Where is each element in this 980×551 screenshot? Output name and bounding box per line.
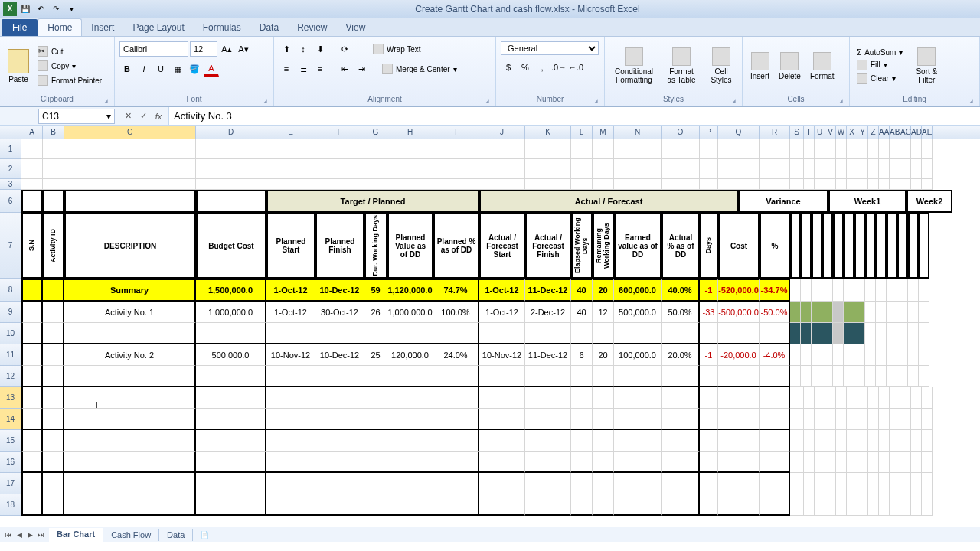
cell[interactable] xyxy=(815,494,825,516)
table-cell[interactable]: Activity No. 1 xyxy=(64,302,196,323)
tab-view[interactable]: View xyxy=(337,19,375,36)
cell[interactable] xyxy=(760,139,790,159)
cell[interactable] xyxy=(718,387,760,409)
cell[interactable] xyxy=(879,179,890,190)
cell[interactable] xyxy=(43,409,64,430)
cell[interactable] xyxy=(662,387,700,409)
table-cell[interactable] xyxy=(718,323,760,344)
cell[interactable] xyxy=(266,387,315,409)
cell[interactable] xyxy=(868,430,879,452)
table-cell[interactable]: 1-Oct-12 xyxy=(479,279,525,302)
cell[interactable] xyxy=(825,430,836,452)
cell[interactable] xyxy=(836,494,847,516)
col-header[interactable]: K xyxy=(525,126,571,139)
table-cell[interactable]: 500,000.0 xyxy=(196,344,266,366)
row-header[interactable]: 13 xyxy=(0,387,21,409)
cell[interactable] xyxy=(879,494,890,516)
table-cell[interactable] xyxy=(43,366,64,387)
cell[interactable] xyxy=(614,494,662,516)
cell[interactable] xyxy=(593,387,614,409)
cell[interactable] xyxy=(700,452,718,473)
cell[interactable] xyxy=(815,179,825,190)
cell[interactable] xyxy=(922,473,933,494)
cell[interactable] xyxy=(718,179,760,190)
number-format-select[interactable]: General xyxy=(501,41,599,55)
cell[interactable] xyxy=(662,430,700,452)
cell[interactable] xyxy=(196,430,266,452)
align-middle-icon[interactable]: ↕ xyxy=(296,41,311,57)
cell[interactable] xyxy=(315,139,364,159)
cell[interactable] xyxy=(64,473,196,494)
cell[interactable] xyxy=(662,494,700,516)
cell[interactable] xyxy=(718,452,760,473)
cell[interactable] xyxy=(868,409,879,430)
col-header[interactable]: AC xyxy=(900,126,911,139)
cell[interactable] xyxy=(868,179,879,190)
table-cell[interactable]: 2-Dec-12 xyxy=(525,302,571,323)
cell[interactable] xyxy=(847,494,858,516)
grow-font-icon[interactable]: A▴ xyxy=(219,41,234,57)
table-cell[interactable] xyxy=(266,323,315,344)
row-header[interactable]: 11 xyxy=(0,344,21,366)
cell[interactable] xyxy=(890,139,900,159)
table-cell[interactable]: -34.7% xyxy=(760,279,790,302)
cell[interactable] xyxy=(890,452,900,473)
cell[interactable] xyxy=(879,473,890,494)
cell[interactable] xyxy=(825,387,836,409)
chevron-down-icon[interactable]: ▾ xyxy=(106,111,111,122)
table-cell[interactable]: 10-Dec-12 xyxy=(315,279,364,302)
col-header[interactable]: Y xyxy=(858,126,868,139)
cell[interactable] xyxy=(847,139,858,159)
shrink-font-icon[interactable]: A▾ xyxy=(236,41,251,57)
cell[interactable] xyxy=(315,409,364,430)
cell[interactable] xyxy=(196,159,266,179)
table-cell[interactable]: 11-Dec-12 xyxy=(525,344,571,366)
cell[interactable] xyxy=(662,139,700,159)
table-cell[interactable]: -520,000.0 xyxy=(718,279,760,302)
font-size-select[interactable] xyxy=(190,41,217,57)
cell[interactable] xyxy=(836,179,847,190)
table-cell[interactable] xyxy=(196,366,266,387)
cell[interactable] xyxy=(836,452,847,473)
row-header[interactable]: 8 xyxy=(0,279,21,302)
cell[interactable] xyxy=(922,387,933,409)
row-header[interactable]: 2 xyxy=(0,159,21,179)
cell[interactable] xyxy=(433,494,479,516)
row-header[interactable]: 14 xyxy=(0,409,21,430)
cell[interactable] xyxy=(364,139,387,159)
cell[interactable] xyxy=(196,409,266,430)
cell[interactable] xyxy=(479,409,525,430)
cell[interactable] xyxy=(266,494,315,516)
save-icon[interactable]: 💾 xyxy=(18,2,32,16)
table-cell[interactable]: 59 xyxy=(364,279,387,302)
cell[interactable] xyxy=(593,159,614,179)
cell[interactable] xyxy=(700,473,718,494)
cell[interactable] xyxy=(718,159,760,179)
table-cell[interactable] xyxy=(760,366,790,387)
cell[interactable] xyxy=(825,139,836,159)
cell[interactable] xyxy=(43,473,64,494)
cell[interactable] xyxy=(868,139,879,159)
cell[interactable] xyxy=(614,409,662,430)
delete-cells-button[interactable]: Delete xyxy=(776,51,804,82)
table-cell[interactable]: 120,000.0 xyxy=(387,344,433,366)
cell[interactable] xyxy=(700,139,718,159)
cell[interactable] xyxy=(900,494,911,516)
underline-button[interactable]: U xyxy=(153,61,168,77)
select-all-corner[interactable] xyxy=(0,126,21,139)
col-header[interactable]: V xyxy=(825,126,836,139)
table-cell[interactable]: 1,000,000.0 xyxy=(196,302,266,323)
cell[interactable]: | xyxy=(64,387,196,409)
cell[interactable] xyxy=(760,473,790,494)
percent-icon[interactable]: % xyxy=(518,60,533,75)
cell[interactable] xyxy=(387,387,433,409)
wrap-text-button[interactable]: Wrap Text xyxy=(371,43,423,55)
table-cell[interactable] xyxy=(662,366,700,387)
cell[interactable] xyxy=(804,139,815,159)
col-header[interactable]: T xyxy=(804,126,815,139)
cell[interactable] xyxy=(718,409,760,430)
table-cell[interactable]: 1,120,000.0 xyxy=(387,279,433,302)
table-cell[interactable] xyxy=(614,366,662,387)
cell[interactable] xyxy=(911,139,922,159)
cell[interactable] xyxy=(815,409,825,430)
